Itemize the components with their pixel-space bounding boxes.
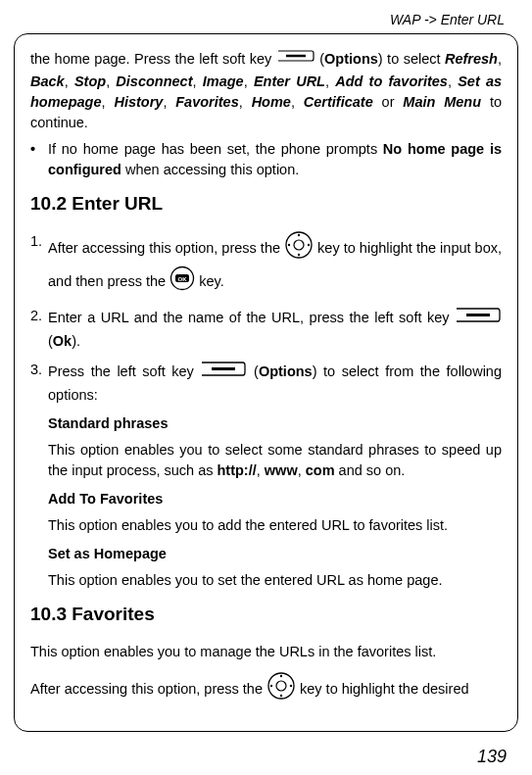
step-3-text: Press the left soft key (Options) to sel… [48,360,502,406]
step-2-number: 2. [30,306,48,352]
bullet-marker: • [30,139,48,180]
add-to-favorites-text: This option enables you to add the enter… [48,515,502,536]
step-1-number: 1. [30,231,48,298]
page-number: 139 [0,732,532,769]
opt-disconnect: Disconnect [116,73,192,89]
step-3: 3. Press the left soft key (Options) to … [30,360,502,406]
standard-phrases-text: This option enables you to select some s… [48,440,502,481]
opt-image: Image [203,73,244,89]
step1-a: After accessing this option, press the [48,240,284,256]
step-1: 1. After accessing this option, press th… [30,231,502,298]
step2-c: ). [72,333,80,349]
opt-enter-url: Enter URL [254,73,325,89]
intro-or: or [373,94,404,110]
bullet-post: when accessing this option. [121,162,299,177]
heading-10-2: 10.2 Enter URL [30,190,502,218]
opt-back: Back [30,73,65,89]
step2-ok: Ok [53,333,72,349]
opt-history: History [114,94,163,110]
step-3-number: 3. [30,360,48,406]
intro-paragraph: the home page. Press the left soft key (… [30,48,502,133]
set-as-homepage-heading: Set as Homepage [48,544,502,564]
set-as-homepage-text: This option enables you to set the enter… [48,570,502,591]
opt-certificate: Certificate [304,94,373,110]
intro-text-1: the home page. Press the left soft key [30,51,276,67]
opt-home: Home [252,94,291,110]
svg-point-3 [298,234,300,236]
bullet-text: If no home page has been set, the phone … [48,139,502,180]
svg-point-16 [270,685,272,687]
svg-point-13 [276,681,286,691]
step2-a: Enter a URL and the name of the URL, pre… [48,310,455,325]
svg-point-17 [290,685,292,687]
opt-stop: Stop [74,73,106,89]
ok-key-icon: OK [169,266,195,297]
page-header: WAP -> Enter URL [0,0,532,33]
opt-favorites: Favorites [175,94,238,110]
bullet-item: • If no home page has been set, the phon… [30,139,502,180]
fav-step-a: After accessing this option, press the [30,681,266,697]
nav-key-icon [284,230,314,266]
heading-10-3: 10.3 Favorites [30,601,502,628]
sp-comma1: , [257,462,265,478]
step-2-text: Enter a URL and the name of the URL, pre… [48,306,502,352]
bullet-pre: If no home page has been set, the phone … [48,141,383,157]
sp-www: www [265,462,298,478]
favorites-intro: This option enables you to manage the UR… [30,642,502,662]
opt-refresh: Refresh [445,51,498,67]
standard-phrases-heading: Standard phrases [48,413,502,434]
svg-point-2 [294,240,304,250]
favorites-step: After accessing this option, press the k… [30,672,502,707]
svg-point-14 [280,675,282,677]
content-frame: the home page. Press the left soft key (… [14,33,518,731]
softkey-icon [200,359,247,384]
svg-text:OK: OK [178,275,188,281]
svg-point-4 [298,254,300,256]
intro-options-bold: Options [324,51,378,67]
opt-add-favorites: Add to favorites [335,73,448,89]
add-to-favorites-heading: Add To Favorites [48,489,502,509]
nav-key-icon [266,671,296,706]
svg-point-5 [288,244,290,246]
sp-http: http:// [218,462,257,478]
opt-main-menu: Main Menu [403,94,481,110]
svg-point-6 [308,244,310,246]
step-1-text: After accessing this option, press the k… [48,231,502,298]
softkey-icon [276,47,315,71]
intro-paren-close: ) to select [378,51,445,67]
svg-point-15 [280,695,282,697]
softkey-icon [455,305,502,330]
step3-a: Press the left soft key [48,363,200,379]
fav-step-b: key to highlight the desired [300,681,469,697]
step-2: 2. Enter a URL and the name of the URL, … [30,306,502,352]
step3-options: Options [259,363,313,379]
sp-text-b: and so on. [335,462,406,478]
step1-c: key. [199,273,224,289]
sp-comma2: , [298,462,306,478]
sp-com: com [306,462,335,478]
